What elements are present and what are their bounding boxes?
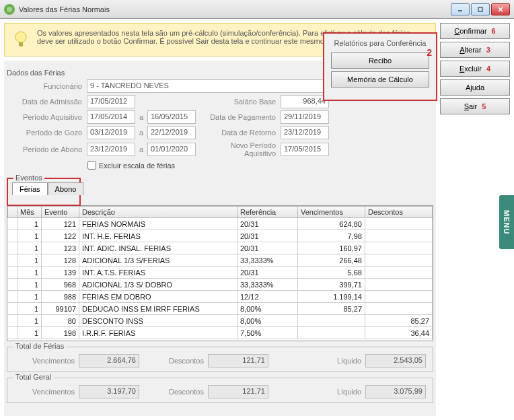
tab-abono[interactable]: Abono: [48, 182, 84, 195]
field-pg-fim[interactable]: 22/12/2019: [147, 126, 196, 139]
relatorios-annotation: 2: [427, 47, 432, 58]
titlebar: Valores das Férias Normais: [0, 0, 514, 19]
alterar-button[interactable]: Alterar3: [440, 42, 510, 58]
menu-side-tab[interactable]: MENU: [499, 195, 514, 249]
col-descricao[interactable]: Descrição: [79, 207, 237, 218]
svg-rect-2: [478, 7, 482, 11]
total-ferias-group: Total de Férias Vencimentos 2.664,76 Des…: [7, 347, 433, 372]
memoria-calculo-button[interactable]: Memória de Cálculo: [331, 71, 429, 88]
field-salario-base[interactable]: 968,44: [281, 95, 329, 108]
total-geral-group: Total Geral Vencimentos 3.197,70 Descont…: [7, 378, 433, 403]
total-ferias-liq: 2.543,05: [365, 354, 426, 368]
field-admissao[interactable]: 17/05/2012: [87, 95, 135, 108]
label-funcionario: Funcionário: [7, 82, 85, 90]
field-ab-fim[interactable]: 01/01/2020: [147, 143, 196, 156]
svg-point-5: [15, 32, 26, 42]
field-ab-ini[interactable]: 23/12/2019: [87, 143, 135, 156]
table-row[interactable]: 1139INT. A.T.S. FERIAS20/315,68: [8, 267, 433, 279]
svg-point-0: [7, 7, 12, 12]
sair-button[interactable]: Sair5: [440, 98, 510, 114]
field-data-retorno[interactable]: 23/12/2019: [281, 126, 329, 139]
excluir-button[interactable]: Excluir4: [440, 61, 510, 77]
field-pg-ini[interactable]: 03/12/2019: [87, 126, 135, 139]
total-geral-title: Total Geral: [13, 373, 54, 381]
table-row[interactable]: 1988FÉRIAS EM DOBRO12/121.199,14: [8, 291, 433, 303]
field-pa-ini[interactable]: 17/05/2014: [87, 110, 135, 124]
total-ferias-venc: 2.664,76: [79, 354, 139, 368]
window-icon: [4, 4, 15, 15]
checkbox-excluir-escala[interactable]: [87, 161, 96, 170]
lightbulb-icon: [10, 29, 32, 50]
ajuda-button[interactable]: Ajuda: [440, 79, 510, 96]
confirmar-button[interactable]: Confirmar6: [440, 23, 510, 39]
total-ferias-desc: 121,71: [208, 354, 268, 368]
field-pa-fim[interactable]: 16/05/2015: [147, 110, 196, 124]
label-novo-periodo: Novo Período Aquisitivo: [198, 141, 279, 158]
table-row[interactable]: 1123INT. ADIC. INSAL. FERIAS20/31160,97: [8, 242, 433, 254]
table-row[interactable]: 1198I.R.R.F. FERIAS7,50%36,44: [8, 327, 433, 339]
label-periodo-abono: Período de Abono: [7, 145, 85, 153]
eventos-table[interactable]: Mês Evento Descrição Referência Vencimen…: [7, 205, 433, 341]
table-row[interactable]: 1968ADICIONAL 1/3 S/ DOBRO33,3333%399,71: [8, 279, 433, 291]
label-data-retorno: Data de Retorno: [198, 129, 279, 137]
recibo-button[interactable]: Recibo: [331, 53, 429, 69]
label-salario-base: Salário Base: [198, 98, 279, 106]
table-row[interactable]: 1121FERIAS NORMAIS20/31624,80: [8, 218, 433, 230]
svg-rect-6: [19, 42, 23, 46]
total-ferias-title: Total de Férias: [13, 342, 67, 350]
window-title: Valores das Férias Normais: [19, 5, 451, 13]
label-admissao: Data de Admissão: [7, 98, 85, 106]
table-row[interactable]: 1128ADICIONAL 1/3 S/FERIAS33,3333%266,48: [8, 254, 433, 267]
col-vencimentos[interactable]: Vencimentos: [298, 207, 365, 218]
tab-ferias[interactable]: Férias: [12, 182, 48, 195]
col-mes[interactable]: Mês: [17, 207, 42, 218]
field-novo-periodo[interactable]: 17/05/2015: [281, 143, 329, 156]
label-periodo-gozo: Período de Gozo: [7, 129, 85, 137]
window-minimize-button[interactable]: [451, 3, 470, 15]
relatorios-conferencia-group: Relatórios para Conferência 2 Recibo Mem…: [323, 32, 437, 101]
total-geral-venc: 3.197,70: [79, 385, 139, 398]
total-geral-liq: 3.075,99: [365, 385, 426, 398]
relatorios-title: Relatórios para Conferência: [331, 39, 429, 47]
table-row[interactable]: 1122INT. H.E. FERIAS20/317,98: [8, 230, 433, 242]
label-excluir-escala: Excluir escala de férias: [99, 162, 175, 170]
label-periodo-aquisitivo: Período Aquisitivo: [7, 113, 85, 121]
window-maximize-button[interactable]: [471, 3, 490, 15]
window-close-button[interactable]: [491, 3, 510, 15]
field-data-pagamento[interactable]: 29/11/2019: [281, 110, 329, 124]
eventos-group: Eventos 1 Férias Abono: [7, 178, 81, 206]
table-row[interactable]: 180DESCONTO INSS8,00%85,27: [8, 315, 433, 327]
col-referencia[interactable]: Referência: [237, 207, 298, 218]
table-row[interactable]: 199107DEDUCAO INSS EM IRRF FERIAS8,00%85…: [8, 303, 433, 315]
col-evento[interactable]: Evento: [42, 207, 79, 218]
total-geral-desc: 121,71: [208, 385, 268, 398]
label-data-pagamento: Data de Pagamento: [198, 113, 279, 121]
col-descontos[interactable]: Descontos: [365, 207, 433, 218]
field-funcionario[interactable]: 9 - TANCREDO NEVES: [87, 79, 329, 93]
eventos-title: Eventos: [13, 174, 44, 182]
